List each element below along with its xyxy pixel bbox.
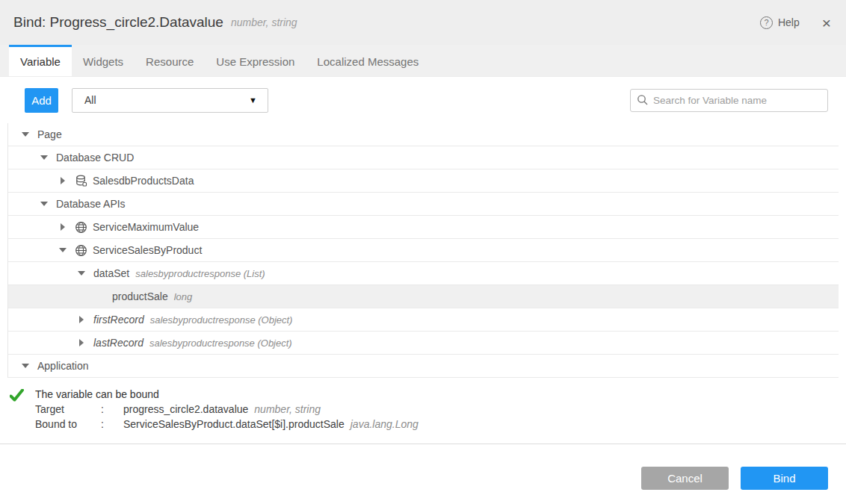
- status-row-type: number, string: [254, 402, 321, 417]
- tab-localized-messages[interactable]: Localized Messages: [306, 45, 430, 76]
- tree-node-type: salesbyproductresponse (List): [135, 268, 265, 279]
- tree-node-label: Page: [37, 128, 62, 140]
- web-service-icon: [75, 244, 87, 257]
- chevron-down-icon[interactable]: [20, 132, 31, 137]
- close-icon[interactable]: ×: [822, 15, 831, 31]
- help-label: Help: [778, 16, 800, 28]
- bind-button[interactable]: Bind: [741, 467, 828, 490]
- dialog-header: Bind: Progress_circle2.Datavalue number,…: [0, 0, 846, 45]
- chevron-down-icon[interactable]: [76, 271, 87, 276]
- status-row-label: Bound to: [35, 417, 101, 432]
- tree-node-type: salesbyproductresponse (Object): [149, 337, 292, 349]
- tab-widgets[interactable]: Widgets: [72, 45, 135, 76]
- status-row-separator: :: [101, 402, 123, 417]
- filter-selected-value: All: [84, 94, 96, 106]
- tree-node-label: ServiceMaximumValue: [93, 221, 199, 233]
- cancel-button[interactable]: Cancel: [641, 467, 729, 490]
- dialog-title-type: number, string: [231, 16, 297, 28]
- tree-node-label: lastRecord: [93, 337, 143, 349]
- status-row-type: java.lang.Long: [351, 417, 419, 432]
- status-row-value: ServiceSalesByProduct.dataSet[$i].produc…: [123, 417, 345, 432]
- toolbar: Add All ▼: [0, 77, 846, 123]
- chevron-down-icon[interactable]: [20, 364, 31, 368]
- variable-tree: PageDatabase CRUDSalesdbProductsDataData…: [7, 123, 839, 378]
- add-button[interactable]: Add: [25, 88, 58, 113]
- tree-row-lastrecord[interactable]: lastRecordsalesbyproductresponse (Object…: [8, 332, 839, 355]
- tree-row-database-apis[interactable]: Database APIs: [8, 193, 839, 216]
- tab-use-expression[interactable]: Use Expression: [205, 45, 306, 76]
- chevron-down-icon[interactable]: [58, 248, 68, 252]
- tree-node-label: productSale: [112, 290, 168, 302]
- tree-row-dataset[interactable]: dataSetsalesbyproductresponse (List): [8, 262, 839, 285]
- tree-row-application[interactable]: Application: [8, 355, 839, 378]
- help-icon: ?: [760, 16, 773, 29]
- tree-row-page[interactable]: Page: [8, 123, 839, 146]
- success-check-icon: [10, 389, 24, 402]
- status-row-separator: :: [101, 417, 123, 432]
- dialog-footer: Cancel Bind: [0, 444, 846, 490]
- bind-dialog: Bind: Progress_circle2.Datavalue number,…: [0, 0, 846, 504]
- status-row-value: progress_circle2.datavalue: [123, 402, 248, 417]
- tree-row-database-crud[interactable]: Database CRUD: [8, 146, 839, 169]
- status-row-target: Target:progress_circle2.datavaluenumber,…: [35, 402, 846, 417]
- tab-bar: VariableWidgetsResourceUse ExpressionLoc…: [0, 45, 846, 77]
- dialog-title: Bind: Progress_circle2.Datavalue: [13, 14, 223, 31]
- search-icon: [637, 94, 649, 106]
- tree-node-label: dataSet: [93, 267, 129, 279]
- chevron-right-icon[interactable]: [58, 177, 68, 184]
- tree-node-label: SalesdbProductsData: [93, 175, 194, 187]
- dropdown-caret-icon: ▼: [249, 96, 257, 105]
- tree-row-firstrecord[interactable]: firstRecordsalesbyproductresponse (Objec…: [8, 308, 839, 332]
- tree-node-label: Database APIs: [56, 198, 126, 210]
- tree-row-servicemaximumvalue[interactable]: ServiceMaximumValue: [8, 216, 839, 239]
- tree-row-productsale[interactable]: productSalelong: [8, 285, 839, 308]
- tree-row-servicesalesbyproduct[interactable]: ServiceSalesByProduct: [8, 239, 839, 262]
- bind-status: The variable can be bound Target:progres…: [0, 387, 846, 436]
- chevron-right-icon[interactable]: [76, 339, 87, 346]
- database-icon: [75, 175, 87, 187]
- search-box: [630, 89, 828, 112]
- chevron-down-icon[interactable]: [39, 202, 49, 206]
- tab-resource[interactable]: Resource: [135, 45, 205, 76]
- chevron-right-icon[interactable]: [58, 223, 68, 231]
- tab-variable[interactable]: Variable: [9, 45, 72, 76]
- header-actions: ? Help ×: [760, 15, 831, 31]
- status-detail-rows: Target:progress_circle2.datavaluenumber,…: [35, 402, 846, 432]
- search-input[interactable]: [630, 89, 828, 112]
- web-service-icon: [75, 221, 87, 234]
- tree-node-label: firstRecord: [93, 314, 144, 326]
- tree-row-salesdbproductsdata[interactable]: SalesdbProductsData: [8, 169, 839, 193]
- chevron-right-icon[interactable]: [76, 316, 87, 323]
- tree-node-type: long: [174, 291, 193, 302]
- tree-node-label: Application: [37, 360, 89, 372]
- tree-node-label: ServiceSalesByProduct: [93, 244, 202, 256]
- chevron-down-icon[interactable]: [39, 155, 49, 160]
- tree-node-type: salesbyproductresponse (Object): [150, 314, 293, 326]
- status-row-bound-to: Bound to:ServiceSalesByProduct.dataSet[$…: [35, 417, 846, 432]
- status-message: The variable can be bound: [35, 387, 846, 402]
- status-row-label: Target: [35, 402, 101, 417]
- variable-filter-select[interactable]: All ▼: [72, 88, 268, 113]
- help-button[interactable]: ? Help: [760, 16, 800, 29]
- tree-node-label: Database CRUD: [56, 152, 134, 164]
